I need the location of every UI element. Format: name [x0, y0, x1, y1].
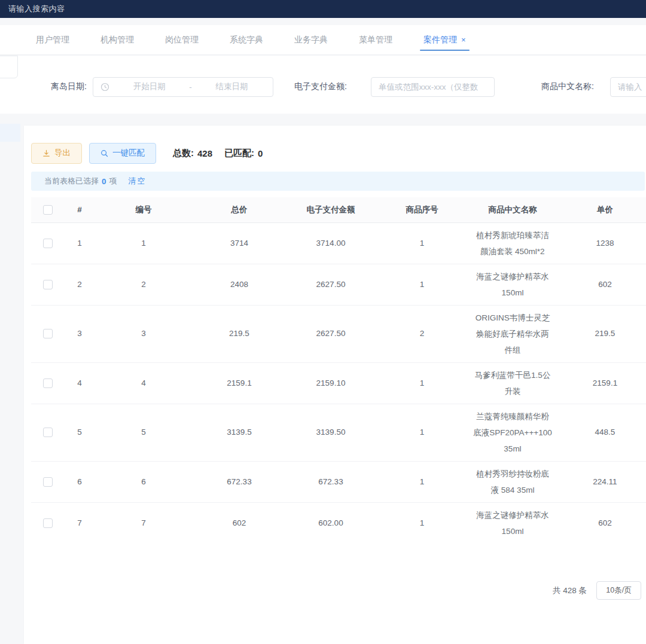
cell-total: 219.5: [193, 305, 286, 362]
column-header-商品序号: 商品序号: [376, 197, 468, 222]
selection-suffix: 项: [109, 176, 117, 187]
cell-index: 2: [65, 264, 95, 305]
cell-epay: 2627.50: [286, 264, 376, 305]
case-items-table: #编号总价电子支付金额商品序号商品中文名称单价 1137143714.001植村…: [31, 197, 646, 541]
cell-code: 2: [95, 264, 193, 305]
cell-epay: 3139.50: [286, 404, 376, 461]
date-range-picker[interactable]: 开始日期 - 结束日期: [93, 77, 273, 97]
tab-label: 用户管理: [36, 35, 69, 45]
cell-epay: 602.00: [286, 502, 376, 541]
cell-unit: 219.5: [557, 305, 646, 362]
end-date-placeholder[interactable]: 结束日期: [198, 81, 266, 92]
column-header-商品中文名称: 商品中文名称: [468, 197, 557, 222]
tab-label: 案件管理: [423, 35, 457, 45]
cell-unit: 1238: [557, 222, 646, 264]
cell-epay: 2159.10: [286, 362, 376, 404]
export-button[interactable]: 导出: [31, 143, 82, 164]
cell-code: 3: [95, 305, 193, 362]
epay-amount-field-box: [371, 77, 495, 97]
date-separator: -: [189, 83, 192, 91]
cell-total: 3714: [193, 222, 286, 264]
cell-seq: 1: [376, 222, 468, 264]
row-checkbox[interactable]: [43, 518, 53, 528]
tab-用户管理[interactable]: 用户管理: [22, 26, 84, 54]
cell-index: 6: [65, 461, 95, 502]
cell-seq: 1: [376, 404, 468, 461]
tab-业务字典[interactable]: 业务字典: [280, 26, 342, 54]
tab-岗位管理[interactable]: 岗位管理: [151, 26, 213, 54]
epay-amount-input[interactable]: [371, 78, 494, 96]
row-select-cell: [31, 362, 65, 404]
cell-unit: 2159.1: [557, 362, 646, 404]
download-icon: [42, 149, 50, 157]
epay-amount-label: 电子支付金额:: [294, 81, 347, 92]
page-size-select[interactable]: 10条/页: [596, 581, 641, 600]
row-checkbox[interactable]: [43, 379, 53, 388]
clear-selection-link[interactable]: 清空: [129, 176, 147, 187]
matched-label: 已匹配:: [224, 148, 254, 159]
row-checkbox[interactable]: [43, 477, 53, 487]
row-select-cell: [31, 502, 65, 541]
select-all-checkbox[interactable]: [43, 205, 53, 215]
filter-row: 离岛日期: 开始日期 - 结束日期 电子支付金额: 商品中文名称:: [0, 77, 646, 97]
cell-total: 3139.5: [193, 404, 286, 461]
start-date-placeholder[interactable]: 开始日期: [115, 81, 183, 92]
cell-seq: 2: [376, 305, 468, 362]
tab-label: 菜单管理: [359, 35, 392, 45]
product-name-input[interactable]: [611, 78, 646, 96]
column-header-编号: 编号: [95, 197, 193, 222]
case-management-panel: 导出 一键匹配 总数: 428 已匹配: 0 当前表格已选择 0 项 清空: [24, 126, 646, 644]
total-label: 总数:: [173, 148, 194, 159]
row-checkbox[interactable]: [43, 239, 53, 248]
cell-unit: 448.5: [557, 404, 646, 461]
cell-index: 1: [65, 222, 95, 264]
cell-epay: 2627.50: [286, 305, 376, 362]
table-row: 66672.33672.331植村秀羽纱持妆粉底液 584 35ml224.11: [31, 461, 646, 502]
column-header-单价: 单价: [557, 197, 646, 222]
tab-机构管理[interactable]: 机构管理: [86, 26, 148, 54]
cell-name: 植村秀新琥珀臻萃洁颜油套装 450ml*2: [468, 222, 557, 264]
tab-label: 系统字典: [230, 35, 263, 45]
cell-name: 兰蔻菁纯臻颜精华粉底液SPF20PA+++100 35ml: [468, 404, 557, 461]
cell-unit: 224.11: [557, 461, 646, 502]
cell-index: 3: [65, 305, 95, 362]
cell-seq: 1: [376, 264, 468, 305]
row-checkbox[interactable]: [43, 280, 53, 289]
filter-bar: 离岛日期: 开始日期 - 结束日期 电子支付金额: 商品中文名称:: [0, 56, 646, 114]
tab-案件管理[interactable]: 案件管理×: [409, 26, 480, 54]
cell-name: 海蓝之谜修护精萃水 150ml: [468, 502, 557, 541]
data-table-container: #编号总价电子支付金额商品序号商品中文名称单价 1137143714.001植村…: [31, 197, 646, 541]
top-search-bar: 请输入搜索内容: [0, 0, 646, 18]
cell-code: 5: [95, 404, 193, 461]
cell-name: 海蓝之谜修护精萃水 150ml: [468, 264, 557, 305]
cell-code: 6: [95, 461, 193, 502]
tab-label: 机构管理: [100, 35, 134, 45]
tab-close-icon[interactable]: ×: [461, 36, 466, 44]
cell-total: 602: [193, 502, 286, 541]
table-row: 77602602.001海蓝之谜修护精萃水 150ml602: [31, 502, 646, 541]
pagination-total: 共 428 条: [553, 585, 587, 596]
table-row: 2224082627.501海蓝之谜修护精萃水 150ml602: [31, 264, 646, 305]
match-stats: 总数: 428 已匹配: 0: [173, 148, 263, 159]
tab-系统字典[interactable]: 系统字典: [215, 26, 278, 54]
cell-index: 4: [65, 362, 95, 404]
tab-label: 业务字典: [294, 35, 328, 45]
tab-菜单管理[interactable]: 菜单管理: [345, 26, 407, 54]
row-select-cell: [31, 404, 65, 461]
row-select-cell: [31, 461, 65, 502]
one-click-match-button[interactable]: 一键匹配: [89, 143, 156, 164]
row-checkbox[interactable]: [43, 428, 53, 437]
global-search-input[interactable]: 请输入搜索内容: [8, 4, 65, 14]
cell-unit: 602: [557, 502, 646, 541]
product-name-field-box: [610, 77, 646, 97]
cell-total: 672.33: [193, 461, 286, 502]
selection-prefix: 当前表格已选择: [44, 176, 99, 187]
cell-epay: 3714.00: [286, 222, 376, 264]
cell-code: 7: [95, 502, 193, 541]
column-header-总价: 总价: [193, 197, 286, 222]
column-header-#: #: [65, 197, 95, 222]
left-edge-highlight: [0, 124, 20, 142]
total-value: 428: [197, 148, 212, 158]
page-size-value: 10条/页: [606, 585, 631, 596]
row-checkbox[interactable]: [43, 329, 53, 338]
